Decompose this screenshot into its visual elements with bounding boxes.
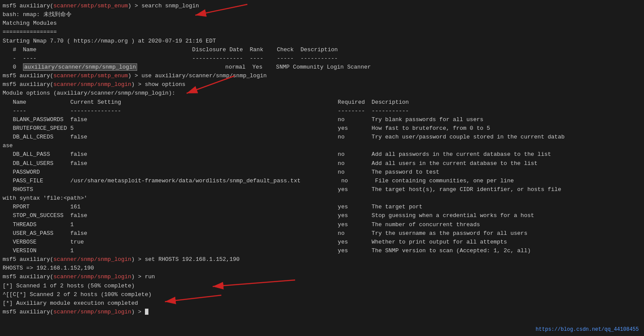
terminal-line: msf5 auxiliary(scanner/snmp/snmp_login) … <box>3 80 641 89</box>
terminal-line: Matching Modules <box>3 19 641 28</box>
terminal-line: msf5 auxiliary(scanner/snmp/snmp_login) … <box>3 255 641 264</box>
terminal-line: PASS_FILE /usr/share/metasploit-framewor… <box>3 177 641 185</box>
terminal-line: ase <box>3 142 641 150</box>
terminal-line: ================ <box>3 28 641 36</box>
terminal-line: Starting Nmap 7.70 ( https://nmap.org ) … <box>3 37 641 46</box>
terminal-line: BLANK_PASSWORDS false no Try blank passw… <box>3 115 641 124</box>
terminal-line: [*] Auxiliary module execution completed <box>3 299 641 308</box>
terminal-line: USER_AS_PASS false no Try the username a… <box>3 229 641 238</box>
terminal-line: # Name Disclosure Date Rank Check Descri… <box>3 46 641 54</box>
terminal-line: 0 auxiliary/scanner/snmp/snmp_login norm… <box>3 63 641 72</box>
terminal-line: bash: nmap: 未找到命令 <box>3 10 641 19</box>
terminal-line: msf5 auxiliary(scanner/smtp/smtp_enum) >… <box>3 2 641 10</box>
terminal-line: BRUTEFORCE_SPEED 5 yes How fast to brute… <box>3 124 641 133</box>
terminal-line: [*] Scanned 1 of 2 hosts (50% complete) <box>3 282 641 290</box>
terminal: msf5 auxiliary(scanner/smtp/smtp_enum) >… <box>0 0 644 336</box>
terminal-line: RPORT 161 yes The target port <box>3 203 641 211</box>
terminal-line: Module options (auxiliary/scanner/snmp/s… <box>3 89 641 98</box>
terminal-line: DB_ALL_CREDS false no Try each user/pass… <box>3 133 641 142</box>
terminal-line: DB_ALL_PASS false no Add all passwords i… <box>3 150 641 159</box>
terminal-line: Name Current Setting Required Descriptio… <box>3 98 641 107</box>
terminal-line: THREADS 1 yes The number of concurrent t… <box>3 221 641 229</box>
watermark: https://blog.csdn.net/qq_44108455 <box>536 326 639 333</box>
terminal-line: DB_ALL_USERS false no Add all users in t… <box>3 159 641 168</box>
terminal-line: msf5 auxiliary(scanner/smtp/smtp_enum) >… <box>3 72 641 80</box>
terminal-line: with syntax 'file:<path>' <box>3 194 641 203</box>
terminal-line: VERBOSE true yes Whether to print output… <box>3 238 641 247</box>
terminal-line: msf5 auxiliary(scanner/snmp/snmp_login) … <box>3 273 641 281</box>
terminal-line: ^[[C[*] Scanned 2 of 2 hosts (100% compl… <box>3 290 641 299</box>
terminal-line: PASSWORD no The password to test <box>3 168 641 177</box>
terminal-line: - ---- --------------- ---- ----- ------… <box>3 54 641 63</box>
terminal-line: STOP_ON_SUCCESS false yes Stop guessing … <box>3 211 641 220</box>
module-highlight: auxiliary/scanner/snmp/snmp_login <box>23 63 137 71</box>
terminal-line: RHOSTS => 192.168.1.152,190 <box>3 264 641 273</box>
terminal-line: msf5 auxiliary(scanner/snmp/snmp_login) … <box>3 308 641 316</box>
terminal-line: ---- --------------- -------- ----------… <box>3 107 641 115</box>
terminal-line: RHOSTS yes The target host(s), range CID… <box>3 185 641 194</box>
terminal-line: VERSION 1 yes The SNMP version to scan (… <box>3 247 641 255</box>
